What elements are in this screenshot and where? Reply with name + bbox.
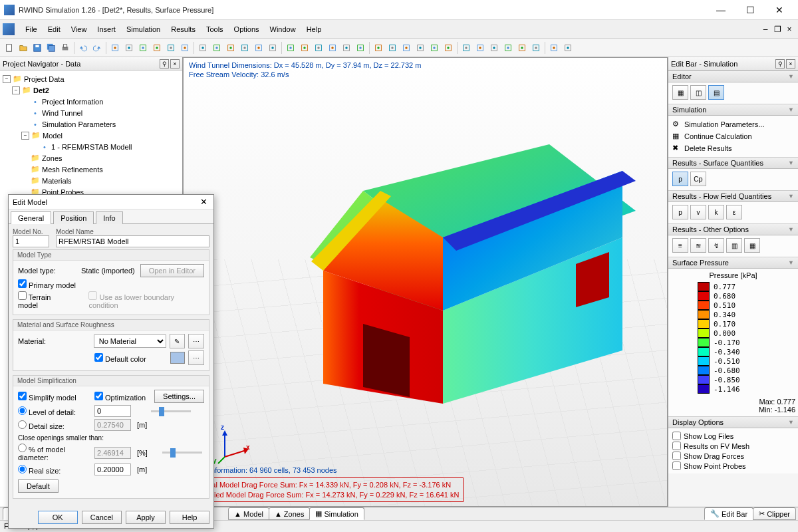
mat-btn-2[interactable]: ⋯ (188, 334, 204, 348)
toolbar-button-9[interactable] (238, 41, 251, 55)
toolbar-button-18[interactable] (372, 41, 385, 55)
toolbar-button-31[interactable] (561, 41, 575, 55)
toolbar-button-2[interactable] (136, 41, 150, 55)
tab-editbar[interactable]: 🔧 Edit Bar (704, 507, 753, 520)
toolbar-button-16[interactable] (340, 41, 353, 55)
toolbar-button-6[interactable] (196, 41, 209, 55)
toolbar-button-19[interactable] (386, 41, 399, 55)
tab-simulation[interactable]: ▦ Simulation (309, 507, 364, 520)
editor-btn-3[interactable]: ▤ (708, 85, 724, 100)
expand-icon[interactable]: − (12, 86, 20, 94)
menu-view[interactable]: View (66, 23, 92, 36)
dialog-close-icon[interactable]: ✕ (198, 196, 209, 208)
tab-zones[interactable]: ▲ Zones (269, 507, 310, 520)
pin-icon[interactable]: ⚲ (775, 59, 785, 68)
saveall-icon[interactable] (45, 41, 58, 55)
menu-results[interactable]: Results (166, 23, 201, 36)
editor-btn-1[interactable]: ▦ (672, 85, 688, 100)
roo-btn-2[interactable]: ≋ (690, 238, 706, 253)
toolbar-button-28[interactable] (515, 41, 529, 55)
editor-btn-2[interactable]: ◫ (690, 85, 706, 100)
chk-primary[interactable] (18, 279, 27, 288)
menu-tools[interactable]: Tools (201, 23, 229, 36)
menu-help[interactable]: Help (301, 23, 327, 36)
toolbar-button-7[interactable] (210, 41, 223, 55)
dlg-tab-position[interactable]: Position (53, 211, 94, 224)
panel-close-icon[interactable]: × (786, 59, 795, 68)
toolbar-button-29[interactable] (529, 41, 543, 55)
toolbar-button-5[interactable] (178, 41, 192, 55)
toolbar-button-1[interactable] (122, 41, 136, 55)
tab-clipper[interactable]: ✂ Clipper (753, 507, 796, 520)
mdi-restore-icon[interactable]: ❐ (771, 25, 783, 34)
help-button[interactable]: Help (170, 511, 209, 524)
ok-button[interactable]: OK (38, 511, 78, 524)
sim-params-link[interactable]: ⚙Simulation Parameters... (672, 118, 794, 130)
rfq-k-button[interactable]: k (708, 205, 724, 219)
toolbar-button-0[interactable] (108, 41, 122, 55)
color-swatch[interactable] (170, 352, 185, 364)
menu-window[interactable]: Window (265, 23, 301, 36)
toolbar-button-17[interactable] (354, 41, 367, 55)
sim-delete-link[interactable]: ✖Delete Results (672, 142, 794, 154)
mat-btn-1[interactable]: ✎ (170, 334, 186, 348)
chk-optimization[interactable] (94, 392, 103, 400)
undo-icon[interactable] (76, 41, 90, 55)
toolbar-button-8[interactable] (224, 41, 237, 55)
maximize-button[interactable]: ☐ (735, 1, 765, 19)
menu-edit[interactable]: Edit (43, 23, 66, 36)
rfq-p-button[interactable]: p (672, 205, 688, 219)
toolbar-button-4[interactable] (164, 41, 178, 55)
expand-icon[interactable]: − (3, 75, 11, 83)
toolbar-button-27[interactable] (501, 41, 515, 55)
radio-real[interactable] (18, 465, 27, 473)
menu-options[interactable]: Options (229, 23, 265, 36)
toolbar-button-30[interactable] (547, 41, 561, 55)
panel-close-icon[interactable]: × (170, 59, 180, 68)
pin-icon[interactable]: ⚲ (160, 59, 169, 68)
menu-file[interactable]: File (20, 23, 43, 36)
toolbar-button-3[interactable] (150, 41, 164, 55)
roo-btn-3[interactable]: ↯ (708, 238, 724, 253)
toolbar-button-20[interactable] (400, 41, 413, 55)
apply-button[interactable]: Apply (126, 511, 166, 524)
lod-slider[interactable] (151, 410, 191, 412)
cancel-button[interactable]: Cancel (82, 511, 122, 524)
save-icon[interactable] (31, 41, 44, 55)
model-no-input[interactable] (13, 235, 49, 247)
chk-pointprobes[interactable] (672, 462, 681, 470)
rfq-v-button[interactable]: v (690, 205, 706, 219)
sim-continue-link[interactable]: ▦Continue Calculation (672, 130, 794, 142)
default-button[interactable]: Default (18, 479, 59, 493)
color-pick-button[interactable]: ⋯ (188, 350, 204, 365)
toolbar-button-26[interactable] (487, 41, 501, 55)
menu-insert[interactable]: Insert (92, 23, 121, 36)
material-select[interactable]: No Material (94, 334, 166, 348)
chk-simplify[interactable] (18, 392, 27, 400)
rfq-e-button[interactable]: ε (726, 205, 742, 219)
chk-fvmesh[interactable] (672, 442, 681, 450)
model-name-input[interactable] (56, 235, 209, 247)
roo-btn-4[interactable]: ▥ (726, 238, 742, 253)
rsq-p-button[interactable]: p (672, 172, 688, 186)
toolbar-button-24[interactable] (460, 41, 473, 55)
roo-btn-1[interactable]: ≡ (672, 238, 688, 253)
toolbar-button-25[interactable] (473, 41, 487, 55)
menu-simulation[interactable]: Simulation (121, 23, 166, 36)
tab-model[interactable]: ▲ Model (228, 507, 269, 520)
radio-lod[interactable] (18, 406, 27, 415)
expand-icon[interactable]: − (21, 132, 29, 140)
chk-defcolor[interactable] (94, 353, 103, 362)
toolbar-button-13[interactable] (298, 41, 311, 55)
toolbar-button-21[interactable] (414, 41, 427, 55)
rsq-cp-button[interactable]: Cp (690, 172, 706, 186)
chk-dragforces[interactable] (672, 452, 681, 460)
toolbar-button-15[interactable] (326, 41, 339, 55)
open-icon[interactable] (17, 41, 30, 55)
chk-terrain[interactable] (18, 291, 27, 300)
mdi-close-icon[interactable]: × (783, 25, 795, 34)
toolbar-button-10[interactable] (252, 41, 265, 55)
radio-detail[interactable] (18, 420, 27, 429)
viewport-3d[interactable]: Wind Tunnel Dimensions: Dx = 45.528 m, D… (183, 57, 668, 507)
chk-logfiles[interactable] (672, 432, 681, 440)
